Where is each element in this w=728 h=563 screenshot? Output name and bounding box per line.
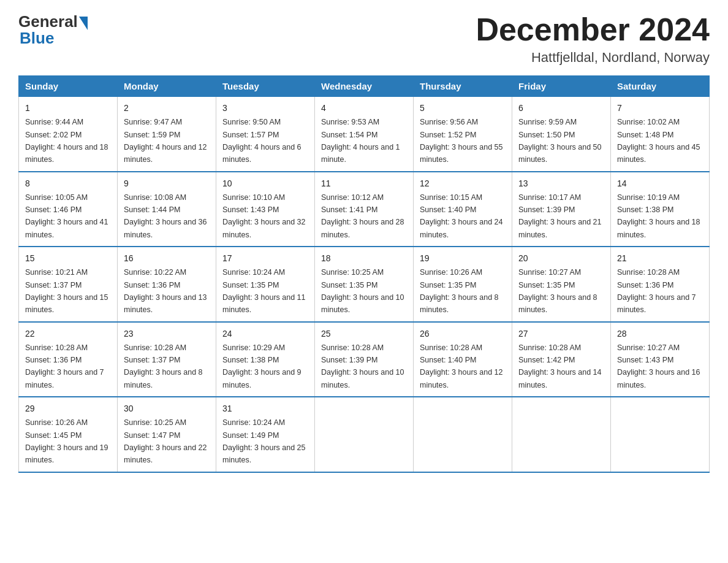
calendar-cell: 8Sunrise: 10:05 AMSunset: 1:46 PMDayligh… [19, 172, 118, 247]
calendar-cell: 26Sunrise: 10:28 AMSunset: 1:40 PMDaylig… [414, 322, 512, 397]
calendar-cell: 19Sunrise: 10:26 AMSunset: 1:35 PMDaylig… [414, 247, 512, 322]
day-info: Sunrise: 10:26 AMSunset: 1:45 PMDaylight… [25, 418, 108, 464]
day-number: 8 [25, 177, 111, 190]
calendar-cell: 12Sunrise: 10:15 AMSunset: 1:40 PMDaylig… [414, 172, 512, 247]
day-info: Sunrise: 10:22 AMSunset: 1:36 PMDaylight… [124, 268, 207, 314]
calendar-cell: 9Sunrise: 10:08 AMSunset: 1:44 PMDayligh… [118, 172, 216, 247]
day-number: 20 [518, 252, 604, 265]
calendar-cell: 20Sunrise: 10:27 AMSunset: 1:35 PMDaylig… [512, 247, 611, 322]
calendar-cell: 10Sunrise: 10:10 AMSunset: 1:43 PMDaylig… [216, 172, 315, 247]
calendar-cell: 27Sunrise: 10:28 AMSunset: 1:42 PMDaylig… [512, 322, 611, 397]
day-number: 27 [518, 327, 604, 340]
calendar-cell: 18Sunrise: 10:25 AMSunset: 1:35 PMDaylig… [315, 247, 414, 322]
day-info: Sunrise: 10:28 AMSunset: 1:37 PMDaylight… [124, 343, 203, 389]
day-info: Sunrise: 10:19 AMSunset: 1:38 PMDaylight… [617, 193, 700, 239]
calendar-cell: 6Sunrise: 9:59 AMSunset: 1:50 PMDaylight… [512, 97, 611, 172]
calendar-cell: 2Sunrise: 9:47 AMSunset: 1:59 PMDaylight… [118, 97, 216, 172]
day-info: Sunrise: 10:02 AMSunset: 1:48 PMDaylight… [617, 118, 700, 164]
calendar-cell [315, 397, 414, 472]
day-info: Sunrise: 9:50 AMSunset: 1:57 PMDaylight:… [222, 118, 301, 164]
header-monday: Monday [118, 76, 216, 97]
day-number: 30 [124, 402, 210, 415]
calendar-cell: 4Sunrise: 9:53 AMSunset: 1:54 PMDaylight… [315, 97, 414, 172]
logo-blue-text: Blue [18, 29, 54, 48]
day-number: 18 [321, 252, 407, 265]
header-saturday: Saturday [611, 76, 710, 97]
day-info: Sunrise: 9:59 AMSunset: 1:50 PMDaylight:… [518, 118, 602, 164]
calendar-cell: 30Sunrise: 10:25 AMSunset: 1:47 PMDaylig… [118, 397, 216, 472]
day-number: 24 [222, 327, 308, 340]
day-info: Sunrise: 10:24 AMSunset: 1:49 PMDaylight… [222, 418, 306, 464]
month-title: December 2024 [476, 12, 710, 47]
day-number: 5 [420, 102, 506, 115]
header-sunday: Sunday [19, 76, 118, 97]
day-number: 16 [124, 252, 210, 265]
calendar-cell: 1Sunrise: 9:44 AMSunset: 2:02 PMDaylight… [19, 97, 118, 172]
day-info: Sunrise: 10:28 AMSunset: 1:42 PMDaylight… [518, 343, 602, 389]
calendar-cell: 25Sunrise: 10:28 AMSunset: 1:39 PMDaylig… [315, 322, 414, 397]
calendar-cell: 31Sunrise: 10:24 AMSunset: 1:49 PMDaylig… [216, 397, 315, 472]
day-number: 22 [25, 327, 111, 340]
calendar-cell: 22Sunrise: 10:28 AMSunset: 1:36 PMDaylig… [19, 322, 118, 397]
day-info: Sunrise: 10:25 AMSunset: 1:47 PMDaylight… [124, 418, 207, 464]
day-number: 19 [420, 252, 506, 265]
calendar-cell: 7Sunrise: 10:02 AMSunset: 1:48 PMDayligh… [611, 97, 710, 172]
day-info: Sunrise: 10:10 AMSunset: 1:43 PMDaylight… [222, 193, 306, 239]
day-info: Sunrise: 10:27 AMSunset: 1:43 PMDaylight… [617, 343, 700, 389]
day-number: 29 [25, 402, 111, 415]
day-number: 31 [222, 402, 308, 415]
calendar-week-row: 29Sunrise: 10:26 AMSunset: 1:45 PMDaylig… [19, 397, 710, 472]
day-number: 9 [124, 177, 210, 190]
day-info: Sunrise: 10:25 AMSunset: 1:35 PMDaylight… [321, 268, 404, 314]
day-number: 17 [222, 252, 308, 265]
calendar-cell: 28Sunrise: 10:27 AMSunset: 1:43 PMDaylig… [611, 322, 710, 397]
day-info: Sunrise: 10:12 AMSunset: 1:41 PMDaylight… [321, 193, 404, 239]
calendar-cell: 13Sunrise: 10:17 AMSunset: 1:39 PMDaylig… [512, 172, 611, 247]
header-tuesday: Tuesday [216, 76, 315, 97]
day-info: Sunrise: 10:15 AMSunset: 1:40 PMDaylight… [420, 193, 503, 239]
day-info: Sunrise: 10:28 AMSunset: 1:36 PMDaylight… [25, 343, 104, 389]
day-info: Sunrise: 9:53 AMSunset: 1:54 PMDaylight:… [321, 118, 400, 164]
calendar-cell [611, 397, 710, 472]
day-info: Sunrise: 10:28 AMSunset: 1:36 PMDaylight… [617, 268, 696, 314]
calendar-week-row: 22Sunrise: 10:28 AMSunset: 1:36 PMDaylig… [19, 322, 710, 397]
day-number: 11 [321, 177, 407, 190]
logo: General Blue [18, 12, 88, 48]
day-number: 15 [25, 252, 111, 265]
calendar-week-row: 1Sunrise: 9:44 AMSunset: 2:02 PMDaylight… [19, 97, 710, 172]
day-number: 28 [617, 327, 703, 340]
calendar-cell: 21Sunrise: 10:28 AMSunset: 1:36 PMDaylig… [611, 247, 710, 322]
day-info: Sunrise: 10:08 AMSunset: 1:44 PMDaylight… [124, 193, 207, 239]
day-number: 10 [222, 177, 308, 190]
calendar-cell: 17Sunrise: 10:24 AMSunset: 1:35 PMDaylig… [216, 247, 315, 322]
header-friday: Friday [512, 76, 611, 97]
day-info: Sunrise: 10:17 AMSunset: 1:39 PMDaylight… [518, 193, 602, 239]
day-number: 3 [222, 102, 308, 115]
calendar-cell: 5Sunrise: 9:56 AMSunset: 1:52 PMDaylight… [414, 97, 512, 172]
day-info: Sunrise: 10:27 AMSunset: 1:35 PMDaylight… [518, 268, 597, 314]
page-header: General Blue December 2024 Hattfjelldal,… [18, 12, 710, 66]
day-number: 4 [321, 102, 407, 115]
location-subtitle: Hattfjelldal, Nordland, Norway [476, 50, 710, 66]
day-number: 6 [518, 102, 604, 115]
calendar-header-row: SundayMondayTuesdayWednesdayThursdayFrid… [19, 76, 710, 97]
day-number: 23 [124, 327, 210, 340]
header-thursday: Thursday [414, 76, 512, 97]
calendar-cell [512, 397, 611, 472]
day-number: 13 [518, 177, 604, 190]
day-number: 14 [617, 177, 703, 190]
day-info: Sunrise: 10:28 AMSunset: 1:39 PMDaylight… [321, 343, 404, 389]
day-number: 26 [420, 327, 506, 340]
day-info: Sunrise: 10:26 AMSunset: 1:35 PMDaylight… [420, 268, 499, 314]
day-number: 2 [124, 102, 210, 115]
day-info: Sunrise: 9:44 AMSunset: 2:02 PMDaylight:… [25, 118, 108, 164]
calendar-cell: 11Sunrise: 10:12 AMSunset: 1:41 PMDaylig… [315, 172, 414, 247]
calendar-cell: 14Sunrise: 10:19 AMSunset: 1:38 PMDaylig… [611, 172, 710, 247]
logo-arrow-icon [79, 17, 88, 30]
calendar-week-row: 15Sunrise: 10:21 AMSunset: 1:37 PMDaylig… [19, 247, 710, 322]
calendar-cell: 16Sunrise: 10:22 AMSunset: 1:36 PMDaylig… [118, 247, 216, 322]
calendar-cell: 15Sunrise: 10:21 AMSunset: 1:37 PMDaylig… [19, 247, 118, 322]
day-number: 12 [420, 177, 506, 190]
calendar-cell: 3Sunrise: 9:50 AMSunset: 1:57 PMDaylight… [216, 97, 315, 172]
calendar-cell [414, 397, 512, 472]
